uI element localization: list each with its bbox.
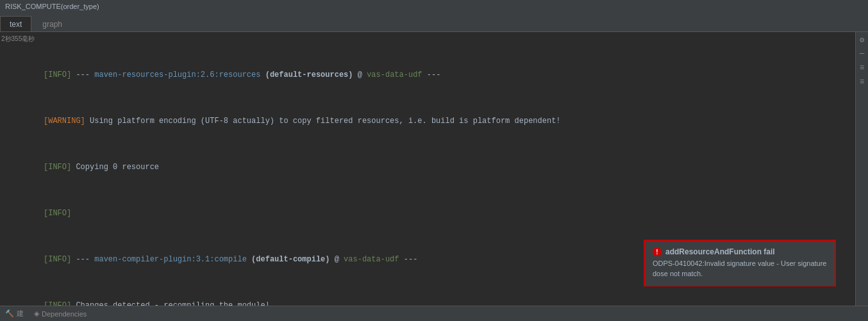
log-tag: [INFO] xyxy=(44,301,71,306)
right-toolbar: ⚙ — ≡ ≡ xyxy=(855,32,868,306)
lines1-icon[interactable]: ≡ xyxy=(857,63,867,73)
module-name: vas-data-udf xyxy=(344,255,399,264)
plugin-name: maven-compiler-plugin:3.1:compile xyxy=(94,255,247,264)
log-tag: [WARNING] xyxy=(44,117,85,126)
main-area: 2秒355毫秒 [INFO] --- maven-resources-plugi… xyxy=(0,32,868,306)
build-icon: 🔨 xyxy=(5,309,14,318)
error-title-text: addResourceAndFunction fail xyxy=(665,247,775,256)
log-tag: [INFO] xyxy=(44,255,71,264)
module-name: vas-data-udf xyxy=(367,70,422,79)
log-line: [INFO] Changes detected - recompiling th… xyxy=(44,300,855,306)
log-line: [INFO] --- maven-resources-plugin:2.6:re… xyxy=(44,69,855,81)
log-tag: [INFO] xyxy=(44,163,71,172)
minus-icon[interactable]: — xyxy=(857,49,867,59)
log-tag: [INFO] xyxy=(44,209,71,218)
tab-bar: text graph xyxy=(0,13,868,32)
log-line: [WARNING] Using platform encoding (UTF-8… xyxy=(44,115,855,127)
title-bar: RISK_COMPUTE(order_type) xyxy=(0,0,868,13)
status-bar: 🔨 建 ◈ Dependencies xyxy=(0,306,868,321)
gear-icon[interactable]: ⚙ xyxy=(857,35,867,45)
deps-icon: ◈ xyxy=(34,309,39,318)
lines2-icon[interactable]: ≡ xyxy=(857,77,867,87)
build-status: 🔨 建 xyxy=(5,309,24,318)
log-panel[interactable]: 2秒355毫秒 [INFO] --- maven-resources-plugi… xyxy=(0,32,855,306)
goal-label: (default-resources) xyxy=(265,70,353,79)
log-tag: [INFO] xyxy=(44,70,71,79)
tab-text[interactable]: text xyxy=(0,16,31,31)
error-title: ! addResourceAndFunction fail xyxy=(653,247,827,256)
error-body: ODPS-0410042:Invalid signature value - U… xyxy=(653,259,827,279)
deps-label: Dependencies xyxy=(42,310,87,318)
timestamp: 2秒355毫秒 xyxy=(1,35,35,44)
tab-graph[interactable]: graph xyxy=(33,16,72,31)
title-text: RISK_COMPUTE(order_type) xyxy=(5,3,99,10)
deps-status[interactable]: ◈ Dependencies xyxy=(34,309,87,318)
error-icon: ! xyxy=(653,247,662,256)
build-label: 建 xyxy=(17,309,24,318)
error-popup: ! addResourceAndFunction fail ODPS-04100… xyxy=(644,240,836,286)
log-line: [INFO] xyxy=(44,208,855,219)
goal-label: (default-compile) xyxy=(251,255,330,264)
plugin-name: maven-resources-plugin:2.6:resources xyxy=(94,70,260,79)
log-line: [INFO] Copying 0 resource xyxy=(44,161,855,173)
